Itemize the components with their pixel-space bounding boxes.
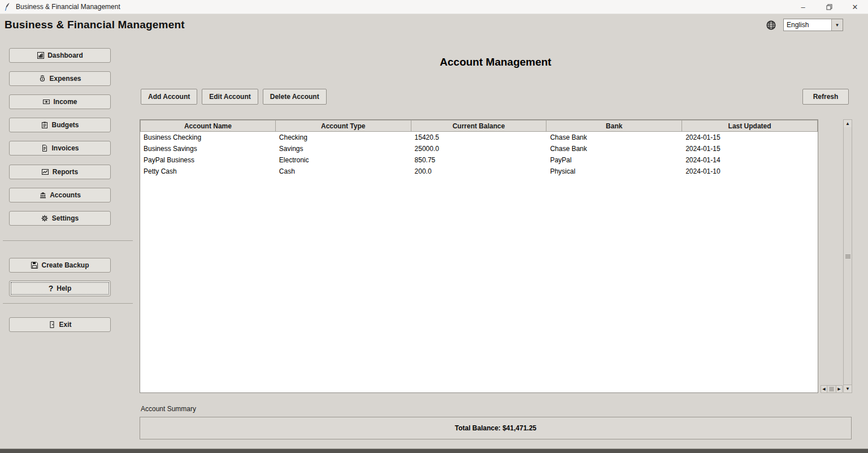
edit-account-button[interactable]: Edit Account — [202, 89, 258, 105]
account-summary-label: Account Summary — [141, 405, 196, 413]
sidebar-item-label: Accounts — [50, 191, 81, 199]
language-value: English — [784, 21, 831, 29]
sidebar: Dashboard Expenses Income Budgets Invoic… — [0, 35, 136, 449]
account-toolbar: Add Account Edit Account Delete Account — [141, 89, 327, 105]
floppy-disk-icon — [31, 262, 38, 269]
sidebar-item-label: Dashboard — [47, 51, 83, 59]
sidebar-item-label: Budgets — [52, 121, 79, 129]
sidebar-item-label: Reports — [53, 168, 78, 176]
create-backup-button[interactable]: Create Backup — [9, 258, 111, 273]
exit-button[interactable]: Exit — [9, 317, 111, 332]
document-icon — [41, 145, 48, 152]
maximize-button[interactable] — [816, 0, 842, 14]
banknote-icon — [42, 98, 50, 106]
sidebar-separator — [3, 240, 133, 241]
table-row[interactable]: Business Savings Savings 25000.0 Chase B… — [140, 143, 818, 154]
column-header-current-balance[interactable]: Current Balance — [411, 120, 547, 132]
cell-bank: Chase Bank — [546, 132, 682, 143]
accounts-table: Account Name Account Type Current Balanc… — [140, 119, 818, 393]
sidebar-item-invoices[interactable]: Invoices — [9, 141, 111, 156]
cell-bank: Physical — [546, 166, 682, 177]
horizontal-scrollbar[interactable]: ◀ ▶ — [821, 385, 843, 393]
table-header-row: Account Name Account Type Current Balanc… — [140, 120, 818, 132]
app-header: Business & Financial Management English … — [0, 15, 868, 35]
globe-icon — [766, 20, 776, 30]
window-titlebar: Business & Financial Management – ✕ — [0, 0, 868, 14]
window-title: Business & Financial Management — [16, 3, 120, 11]
sidebar-item-label: Income — [53, 98, 77, 106]
close-icon: ✕ — [852, 3, 858, 11]
cell-bank: Chase Bank — [546, 143, 682, 154]
table-row[interactable]: Business Checking Checking 15420.5 Chase… — [140, 132, 818, 143]
refresh-button[interactable]: Refresh — [802, 89, 849, 105]
sidebar-item-reports[interactable]: Reports — [9, 165, 111, 179]
expense-icon — [38, 75, 46, 83]
cell-current-balance: 200.0 — [411, 166, 547, 177]
table-row[interactable]: Petty Cash Cash 200.0 Physical 2024-01-1… — [140, 166, 818, 177]
sidebar-item-budgets[interactable]: Budgets — [9, 118, 111, 132]
clipboard-icon — [41, 122, 49, 129]
window-controls: – ✕ — [790, 0, 868, 14]
sidebar-separator — [3, 303, 133, 304]
app-title: Business & Financial Management — [5, 19, 185, 31]
horizontal-scrollbar-thumb[interactable] — [827, 386, 836, 392]
app-window: Business & Financial Management – ✕ Busi… — [0, 0, 868, 453]
cell-last-updated: 2024-01-14 — [682, 154, 818, 166]
cell-account-name: Petty Cash — [140, 166, 276, 177]
language-area: English ▼ — [766, 19, 843, 31]
delete-account-button[interactable]: Delete Account — [263, 89, 327, 105]
column-header-account-type[interactable]: Account Type — [275, 120, 411, 132]
sidebar-item-dashboard[interactable]: Dashboard — [9, 48, 111, 63]
sidebar-item-accounts[interactable]: Accounts — [9, 188, 111, 202]
help-button[interactable]: ? Help — [9, 281, 111, 296]
sidebar-item-income[interactable]: Income — [9, 94, 111, 109]
bar-chart-icon — [37, 52, 44, 59]
tk-feather-icon — [3, 2, 12, 11]
cell-bank: PayPal — [546, 154, 682, 166]
cell-current-balance: 850.75 — [411, 154, 547, 166]
vertical-scrollbar-thumb[interactable] — [844, 127, 852, 385]
cell-account-type: Cash — [276, 166, 411, 177]
sidebar-item-label: Invoices — [51, 144, 79, 152]
column-header-bank[interactable]: Bank — [546, 120, 682, 132]
maximize-icon — [826, 4, 832, 10]
cell-account-type: Checking — [276, 132, 411, 143]
window-bottom-edge — [0, 448, 868, 453]
cell-last-updated: 2024-01-15 — [682, 143, 818, 154]
close-button[interactable]: ✕ — [842, 0, 868, 14]
gear-icon — [41, 215, 49, 222]
scroll-up-icon[interactable]: ▲ — [843, 119, 852, 128]
cell-current-balance: 25000.0 — [411, 143, 547, 154]
sidebar-item-settings[interactable]: Settings — [9, 211, 111, 226]
minimize-button[interactable]: – — [790, 0, 816, 14]
cell-last-updated: 2024-01-15 — [682, 132, 818, 143]
chevron-down-icon[interactable]: ▼ — [831, 19, 843, 31]
exit-label: Exit — [59, 321, 71, 329]
cell-current-balance: 15420.5 — [411, 132, 547, 143]
cell-account-type: Savings — [276, 143, 411, 154]
question-mark-icon: ? — [49, 284, 54, 293]
cell-account-name: PayPal Business — [140, 154, 276, 166]
sidebar-item-label: Expenses — [49, 75, 81, 83]
sidebar-item-label: Settings — [52, 214, 79, 222]
account-summary-box: Total Balance: $41,471.25 — [140, 417, 852, 439]
table-row[interactable]: PayPal Business Electronic 850.75 PayPal… — [140, 154, 818, 166]
scroll-down-icon[interactable]: ▼ — [843, 385, 852, 393]
door-icon — [48, 321, 55, 329]
scroll-right-icon[interactable]: ▶ — [836, 385, 843, 393]
language-select[interactable]: English ▼ — [783, 19, 843, 31]
chart-icon — [42, 169, 49, 176]
sidebar-item-expenses[interactable]: Expenses — [9, 71, 111, 86]
minimize-icon: – — [801, 3, 805, 11]
page-title: Account Management — [140, 56, 852, 68]
add-account-button[interactable]: Add Account — [141, 89, 197, 105]
help-label: Help — [57, 284, 71, 292]
column-header-account-name[interactable]: Account Name — [140, 120, 276, 132]
cell-last-updated: 2024-01-10 — [682, 166, 818, 177]
bank-icon — [39, 192, 46, 199]
vertical-scrollbar[interactable]: ▲ ▼ — [843, 119, 852, 393]
create-backup-label: Create Backup — [41, 261, 89, 269]
column-header-last-updated[interactable]: Last Updated — [682, 120, 818, 132]
cell-account-type: Electronic — [276, 154, 411, 166]
cell-account-name: Business Savings — [140, 143, 276, 154]
